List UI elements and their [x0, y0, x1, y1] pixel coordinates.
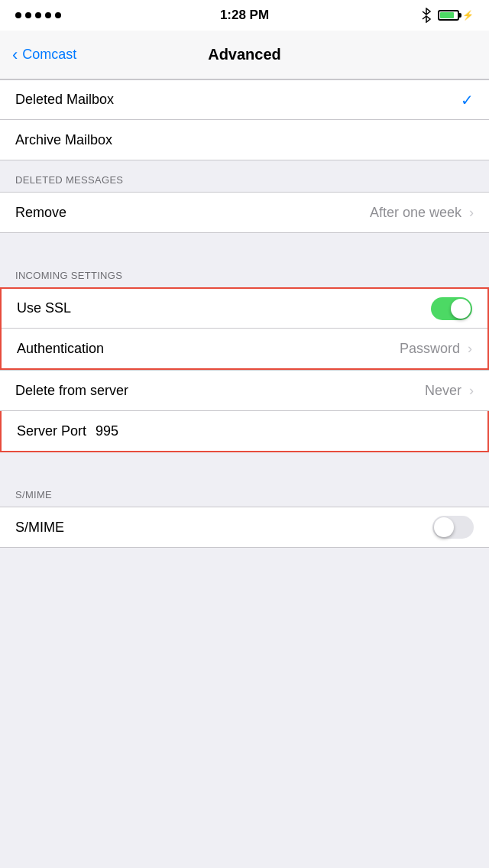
smime-list: S/MIME [0, 507, 489, 548]
incoming-settings-list: Use SSL Authentication Password › [0, 287, 489, 370]
mailbox-list: Deleted Mailbox ✓ Archive Mailbox [0, 79, 489, 160]
use-ssl-toggle-thumb [451, 299, 471, 319]
use-ssl-item[interactable]: Use SSL [2, 289, 487, 329]
nav-bar: ‹ Comcast Advanced [0, 31, 489, 79]
server-port-value: 995 [96, 423, 118, 439]
archive-mailbox-label: Archive Mailbox [15, 132, 112, 148]
battery: ⚡ [438, 10, 474, 21]
deleted-mailbox-label: Deleted Mailbox [15, 92, 114, 108]
gap-2 [0, 452, 489, 475]
use-ssl-label: Use SSL [17, 300, 71, 316]
smime-label: S/MIME [15, 520, 64, 536]
deleted-mailbox-right: ✓ [461, 91, 474, 109]
deleted-messages-section: DELETED MESSAGES Remove After one week › [0, 160, 489, 233]
authentication-value: Password [400, 341, 460, 357]
signal-dots [15, 12, 61, 18]
charging-icon: ⚡ [462, 10, 474, 21]
remove-right: After one week › [370, 205, 474, 221]
authentication-chevron-icon: › [468, 341, 472, 357]
delete-from-server-label: Delete from server [15, 383, 128, 399]
smime-header: S/MIME [0, 475, 489, 507]
use-ssl-toggle[interactable] [431, 297, 472, 320]
remove-chevron-icon: › [469, 205, 474, 221]
smime-toggle-thumb [434, 517, 454, 537]
gap-1 [0, 233, 489, 256]
remove-value: After one week [370, 205, 461, 221]
status-bar: 1:28 PM ⚡ [0, 0, 489, 31]
remove-item[interactable]: Remove After one week › [0, 193, 489, 232]
mailbox-section: Deleted Mailbox ✓ Archive Mailbox [0, 79, 489, 160]
status-left [15, 12, 66, 18]
delete-from-server-value: Never [425, 383, 461, 399]
authentication-right: Password › [400, 341, 472, 357]
delete-server-section: Delete from server Never › [0, 370, 489, 411]
delete-from-server-item[interactable]: Delete from server Never › [0, 371, 489, 410]
status-right: ⚡ [421, 8, 474, 23]
server-port-item[interactable]: Server Port 995 [2, 411, 487, 451]
back-button[interactable]: ‹ Comcast [12, 47, 76, 63]
incoming-settings-header: INCOMING SETTINGS [0, 256, 489, 287]
smime-toggle[interactable] [432, 516, 474, 539]
deleted-messages-header: DELETED MESSAGES [0, 160, 489, 192]
archive-mailbox-item[interactable]: Archive Mailbox [0, 120, 489, 160]
delete-server-list: Delete from server Never › [0, 370, 489, 411]
back-chevron-icon: ‹ [12, 47, 18, 63]
status-time: 1:28 PM [220, 8, 269, 23]
delete-from-server-right: Never › [425, 383, 474, 399]
smime-section: S/MIME S/MIME [0, 475, 489, 548]
authentication-label: Authentication [17, 341, 104, 357]
checkmark-icon: ✓ [461, 91, 474, 109]
authentication-item[interactable]: Authentication Password › [2, 329, 487, 368]
deleted-messages-list: Remove After one week › [0, 192, 489, 233]
server-port-group: Server Port 995 [0, 411, 489, 452]
back-label: Comcast [22, 47, 76, 63]
incoming-settings-section: INCOMING SETTINGS Use SSL Authentication… [0, 256, 489, 370]
bluetooth-icon [421, 8, 432, 23]
server-port-label: Server Port [17, 423, 86, 439]
deleted-mailbox-item[interactable]: Deleted Mailbox ✓ [0, 80, 489, 120]
delete-from-server-chevron-icon: › [469, 383, 474, 399]
page-title: Advanced [208, 46, 281, 63]
remove-label: Remove [15, 205, 66, 221]
smime-item[interactable]: S/MIME [0, 507, 489, 547]
